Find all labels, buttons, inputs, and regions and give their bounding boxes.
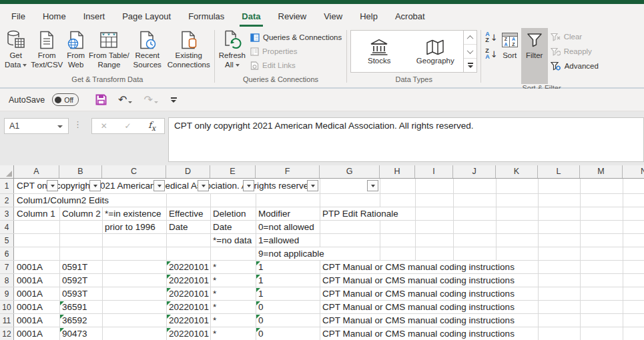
- sort-descending-button[interactable]: ZA ↓: [485, 48, 497, 60]
- row-header-3[interactable]: 3: [0, 207, 14, 220]
- edit-links-button[interactable]: Edit Links: [250, 60, 342, 71]
- row-header-10[interactable]: 10: [0, 301, 14, 313]
- column-header-H[interactable]: H: [380, 165, 415, 178]
- cell-G3[interactable]: PTP Edit Rationale: [322, 207, 400, 220]
- cell-D9[interactable]: 20220101: [169, 287, 210, 300]
- cell-E3[interactable]: Deletion: [213, 207, 248, 220]
- column-header-I[interactable]: I: [415, 165, 453, 178]
- select-all-corner[interactable]: [0, 165, 14, 178]
- cell-C3[interactable]: *=in existence: [105, 207, 162, 220]
- row-header-11[interactable]: 11: [0, 314, 14, 327]
- cell-D10[interactable]: 20220101: [169, 301, 210, 313]
- tab-help[interactable]: Help: [351, 6, 386, 27]
- cell-F3[interactable]: Modifier: [258, 207, 292, 220]
- filter-button-E1[interactable]: [243, 180, 254, 191]
- customize-qat-button[interactable]: [171, 97, 177, 103]
- cell-A3[interactable]: Column 1: [17, 207, 57, 220]
- from-text-csv-button[interactable]: From Text/CSV: [29, 28, 65, 71]
- redo-button[interactable]: ↷: [143, 93, 157, 106]
- row-header-8[interactable]: 8: [0, 274, 14, 287]
- cell-D3[interactable]: Effective: [169, 207, 205, 220]
- cell-C4[interactable]: prior to 1996: [105, 221, 157, 233]
- cell-D4[interactable]: Date: [169, 221, 190, 233]
- tab-formulas[interactable]: Formulas: [180, 6, 233, 27]
- column-header-A[interactable]: A: [14, 165, 59, 178]
- cell-E11[interactable]: *: [213, 314, 218, 327]
- filter-button-C1[interactable]: [153, 180, 165, 191]
- advanced-filter-button[interactable]: Advanced: [551, 61, 599, 71]
- column-header-B[interactable]: B: [59, 165, 102, 178]
- cell-G10[interactable]: CPT Manual or CMS manual coding instruct…: [322, 301, 516, 313]
- refresh-all-button[interactable]: Refresh All: [217, 28, 248, 71]
- cell-B9[interactable]: 0593T: [62, 287, 89, 300]
- tab-insert[interactable]: Insert: [75, 6, 114, 27]
- save-button[interactable]: [95, 94, 107, 105]
- cell-E5[interactable]: *=no data: [213, 234, 253, 247]
- cell-E12[interactable]: *: [213, 327, 218, 340]
- cell-G7[interactable]: CPT Manual or CMS manual coding instruct…: [322, 261, 516, 273]
- cell-B10[interactable]: 36591: [62, 301, 89, 313]
- formula-bar-input[interactable]: CPT only copyright 2021 American Medical…: [168, 117, 644, 162]
- row-header-1[interactable]: 1: [0, 179, 14, 193]
- recent-sources-button[interactable]: Recent Sources: [131, 28, 164, 71]
- row-header-9[interactable]: 9: [0, 287, 14, 300]
- clear-filter-button[interactable]: Clear: [551, 31, 599, 42]
- cell-E7[interactable]: *: [213, 261, 218, 273]
- cell-F6[interactable]: 9=not applicable: [258, 247, 326, 260]
- tab-data[interactable]: Data: [233, 6, 269, 27]
- formula-bar-resize-handle[interactable]: ⋮: [73, 119, 82, 129]
- filter-button-F1[interactable]: [307, 180, 318, 191]
- filter-button-A1[interactable]: [47, 180, 58, 191]
- reapply-filter-button[interactable]: Reapply: [551, 46, 599, 57]
- tab-page-layout[interactable]: Page Layout: [113, 6, 180, 27]
- column-header-M[interactable]: M: [580, 165, 623, 178]
- cell-D8[interactable]: 20220101: [169, 274, 210, 287]
- filter-button[interactable]: Filter: [521, 28, 548, 84]
- sort-button[interactable]: ZAAZ Sort: [500, 28, 520, 62]
- column-header-C[interactable]: C: [102, 165, 166, 178]
- row-header-12[interactable]: 12: [0, 327, 14, 340]
- cell-F4[interactable]: 0=not allowed: [258, 221, 316, 233]
- row-header-6[interactable]: 6: [0, 247, 14, 260]
- queries-connections-button[interactable]: Queries & Connections: [250, 32, 342, 43]
- cell-E10[interactable]: *: [213, 301, 218, 313]
- gallery-down-button[interactable]: [464, 44, 476, 58]
- cell-G11[interactable]: CPT Manual or CMS manual coding instruct…: [322, 314, 516, 327]
- from-web-button[interactable]: From Web: [65, 28, 87, 71]
- cell-F5[interactable]: 1=allowed: [258, 234, 300, 247]
- cell-A7[interactable]: 0001A: [17, 261, 44, 273]
- cell-G8[interactable]: CPT Manual or CMS manual coding instruct…: [322, 274, 516, 287]
- cell-D12[interactable]: 20220101: [169, 327, 210, 340]
- enter-icon[interactable]: ✓: [125, 121, 131, 131]
- cell-A10[interactable]: 0001A: [17, 301, 44, 313]
- cell-B3[interactable]: Column 2: [62, 207, 102, 220]
- column-header-G[interactable]: G: [320, 165, 380, 178]
- tab-home[interactable]: Home: [34, 6, 75, 27]
- existing-connections-button[interactable]: Existing Connections: [166, 28, 212, 71]
- cell-B7[interactable]: 0591T: [62, 261, 89, 273]
- geography-button[interactable]: Geography: [407, 31, 463, 72]
- filter-button-B1[interactable]: [89, 180, 101, 191]
- stocks-button[interactable]: Stocks: [351, 31, 407, 72]
- sort-ascending-button[interactable]: AZ ↓: [485, 31, 497, 43]
- column-header-F[interactable]: F: [256, 165, 320, 178]
- undo-button[interactable]: ↶: [118, 93, 132, 106]
- cell-A12[interactable]: 0001A: [17, 327, 44, 340]
- from-table-range-button[interactable]: From Table/ Range: [87, 28, 131, 71]
- cancel-icon[interactable]: ✕: [101, 121, 107, 131]
- gallery-more-button[interactable]: [464, 58, 476, 72]
- row-header-4[interactable]: 4: [0, 221, 14, 233]
- column-header-J[interactable]: J: [453, 165, 496, 178]
- tab-review[interactable]: Review: [270, 6, 316, 27]
- row-header-5[interactable]: 5: [0, 234, 14, 247]
- cell-A9[interactable]: 0001A: [17, 287, 44, 300]
- row-header-7[interactable]: 7: [0, 261, 14, 273]
- cell-B11[interactable]: 36592: [62, 314, 89, 327]
- cell-B8[interactable]: 0592T: [62, 274, 89, 287]
- cell-A1[interactable]: CPT only copyright 2021 American Medical…: [17, 179, 317, 193]
- gallery-up-button[interactable]: [464, 31, 476, 44]
- cell-B12[interactable]: 90473: [62, 327, 89, 340]
- tab-acrobat[interactable]: Acrobat: [386, 6, 434, 27]
- column-header-D[interactable]: D: [166, 165, 210, 178]
- autosave-toggle[interactable]: Off: [52, 93, 79, 106]
